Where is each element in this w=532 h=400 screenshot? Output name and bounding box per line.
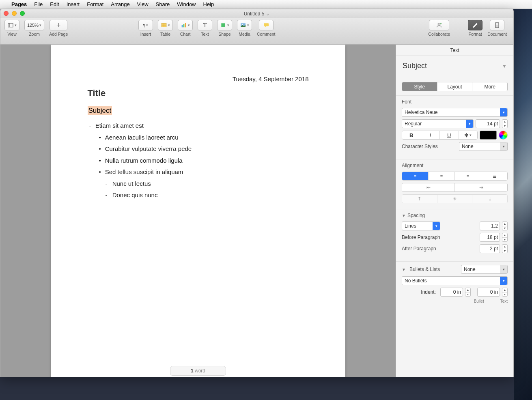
inspector-segment[interactable]: Style Layout More <box>402 82 508 91</box>
text-color-swatch[interactable] <box>480 131 497 140</box>
indent-bullet-field[interactable]: 0 in <box>440 288 463 297</box>
align-left-button[interactable]: ≡ <box>402 172 428 180</box>
shape-button[interactable]: ▾ <box>217 20 232 30</box>
bullets-preset-select[interactable]: None ▾ <box>461 265 508 274</box>
spacing-mode-select[interactable]: Lines ▾ <box>402 222 440 230</box>
indent-button[interactable]: ⇥ <box>454 183 507 191</box>
title-chevron-icon[interactable]: ⌄ <box>266 11 270 17</box>
select-arrow-icon: ▾ <box>466 120 473 128</box>
align-center-button[interactable]: ≡ <box>428 172 454 180</box>
list-item-text: Nulla rutrum commodo ligula <box>105 157 183 164</box>
window-zoom-button[interactable] <box>20 11 25 16</box>
insert-button[interactable]: ¶▾ <box>138 20 153 30</box>
table-button[interactable]: ▾ <box>158 20 173 30</box>
spacing-stepper[interactable]: ▲▼ <box>502 222 508 230</box>
after-para-field[interactable]: 2 pt <box>480 244 500 253</box>
indent-text-field[interactable]: 0 in <box>477 288 500 297</box>
select-arrow-icon: ▾ <box>500 108 507 116</box>
view-button[interactable]: ▾ <box>4 20 19 30</box>
indent-bullet-value: 0 in <box>453 289 461 295</box>
word-count-pill[interactable]: 1 word <box>170 366 226 376</box>
document-date[interactable]: Tuesday, 4 September 2018 <box>88 75 309 82</box>
zoom-button[interactable]: 125%▾ <box>24 20 44 30</box>
valign-middle-button[interactable]: ✳ <box>437 195 472 203</box>
list-item[interactable]: Etiam sit amet est <box>88 120 309 132</box>
segment-style[interactable]: Style <box>402 82 437 91</box>
menu-share[interactable]: Share <box>156 1 170 7</box>
svg-rect-8 <box>221 23 225 27</box>
list-item[interactable]: Curabitur vulputate viverra pede <box>88 143 309 155</box>
font-size-stepper[interactable]: ▲▼ <box>502 119 508 128</box>
disclosure-triangle-icon[interactable]: ▼ <box>402 267 406 272</box>
char-styles-select[interactable]: None ▾ <box>459 142 508 151</box>
menu-format[interactable]: Format <box>87 1 103 7</box>
color-picker-icon[interactable] <box>499 131 508 140</box>
document-inspector-button[interactable] <box>490 20 504 30</box>
inspector-tab-text[interactable]: Text <box>396 45 513 56</box>
text-button[interactable]: T <box>198 20 212 30</box>
indent-bullet-stepper[interactable]: ▲▼ <box>465 288 471 297</box>
valign-bottom-button[interactable]: ⤓ <box>472 195 507 203</box>
after-stepper[interactable]: ▲▼ <box>502 244 508 253</box>
svg-text:+: + <box>440 23 441 24</box>
style-chevron-icon[interactable]: ▼ <box>502 63 507 69</box>
svg-rect-5 <box>182 25 183 27</box>
window-minimize-button[interactable] <box>12 11 17 16</box>
zoom-value: 125% <box>27 23 39 28</box>
app-menu[interactable]: Pages <box>11 1 27 7</box>
menu-arrange[interactable]: Arrange <box>111 1 129 7</box>
zoom-label: Zoom <box>29 32 40 37</box>
paragraph-style-name[interactable]: Subject <box>403 62 427 70</box>
document-canvas[interactable]: Tuesday, 4 September 2018 Title Subject … <box>0 45 396 377</box>
menu-view[interactable]: View <box>137 1 149 7</box>
list-item[interactable]: Sed tellus suscipit in aliquam <box>88 166 309 178</box>
bullets-style-select[interactable]: No Bullets ▾ <box>402 276 508 285</box>
menu-help[interactable]: Help <box>203 1 214 7</box>
list-item[interactable]: Nulla rutrum commodo ligula <box>88 155 309 167</box>
collaborate-button[interactable]: + <box>429 20 449 30</box>
add-page-button[interactable]: + <box>50 20 67 30</box>
segment-more[interactable]: More <box>472 82 507 91</box>
before-stepper[interactable]: ▲▼ <box>502 233 508 242</box>
before-para-field[interactable]: 18 pt <box>480 233 500 242</box>
comment-button[interactable] <box>259 20 274 30</box>
disclosure-triangle-icon[interactable]: ▼ <box>402 213 406 218</box>
document-title[interactable]: Title <box>88 88 309 99</box>
menu-edit[interactable]: Edit <box>50 1 59 7</box>
valign-top-button[interactable]: ⤒ <box>402 195 437 203</box>
word-count-number: 1 <box>191 368 194 374</box>
bold-button[interactable]: B <box>402 131 421 139</box>
alignment-label: Alignment <box>402 163 508 168</box>
window-close-button[interactable] <box>4 11 9 16</box>
underline-button[interactable]: U <box>439 131 459 139</box>
media-button[interactable]: ▾ <box>237 20 252 30</box>
list-item[interactable]: Nunc ut lectus <box>88 178 309 190</box>
outdent-button[interactable]: ⇤ <box>402 183 454 191</box>
font-size-field[interactable]: 14 pt <box>476 119 500 128</box>
align-right-button[interactable]: ≡ <box>454 172 481 180</box>
menu-file[interactable]: File <box>34 1 43 7</box>
spacing-value-field[interactable]: 1.2 <box>480 222 500 230</box>
window-titlebar[interactable]: Untitled 5⌄ <box>0 9 513 18</box>
list-item[interactable]: Donec quis nunc <box>88 189 309 201</box>
spacing-mode-value: Lines <box>405 223 416 229</box>
format-inspector-button[interactable] <box>468 20 482 30</box>
segment-layout[interactable]: Layout <box>437 82 472 91</box>
list-item[interactable]: Aenean iaculis laoreet arcu <box>88 132 309 144</box>
indent-label: Indent: <box>421 289 436 295</box>
insert-label: Insert <box>140 32 151 37</box>
font-style-select[interactable]: Regular ▾ <box>402 119 474 128</box>
svg-rect-0 <box>8 23 13 27</box>
font-family-select[interactable]: Helvetica Neue ▾ <box>402 108 508 117</box>
document-subject-selected[interactable]: Subject <box>88 106 112 115</box>
menu-insert[interactable]: Insert <box>67 1 80 7</box>
advanced-text-button[interactable]: ✻▾ <box>459 131 478 139</box>
page[interactable]: Tuesday, 4 September 2018 Title Subject … <box>51 45 345 377</box>
menu-window[interactable]: Window <box>177 1 196 7</box>
list-item-text: Sed tellus suscipit in aliquam <box>105 168 183 175</box>
align-justify-button[interactable]: ≣ <box>481 172 507 180</box>
italic-button[interactable]: I <box>421 131 440 139</box>
chart-button[interactable]: ▾ <box>178 20 193 30</box>
add-page-label: Add Page <box>49 32 68 37</box>
indent-text-stepper[interactable]: ▲▼ <box>502 288 508 297</box>
